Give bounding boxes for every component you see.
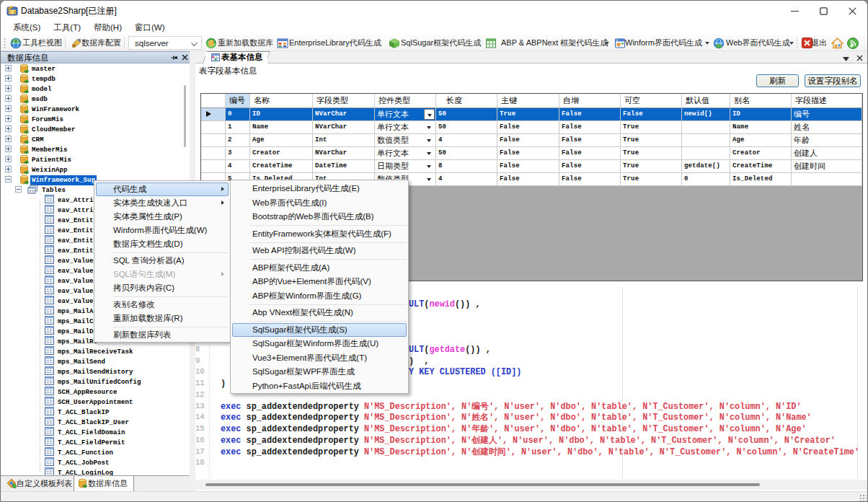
tree-item-SCH_UserAppointment[interactable]: SCH_UserAppointment (1, 397, 190, 407)
grid-cell[interactable]: 单行文本 (375, 108, 436, 121)
toolbar-button-label[interactable]: 数据库配置 (81, 35, 121, 51)
tab-list-chevron-icon[interactable] (843, 53, 849, 63)
row-selector[interactable] (201, 121, 226, 134)
tree-item-label[interactable]: MemberMis (32, 145, 68, 155)
tree-item-label[interactable]: CRM (32, 135, 44, 145)
menu-item-实体类属性生成(P)[interactable]: 实体类属性生成(P) (94, 210, 230, 224)
set-field-alias-button[interactable]: 设置字段别名 (805, 74, 861, 87)
tree-item-mps_MailUnifiedConfig[interactable]: mps_MailUnifiedConfig (1, 376, 190, 387)
tree-item-label[interactable]: T_ACL_Function (58, 448, 113, 458)
maximize-button[interactable] (809, 1, 838, 21)
abp-grid-icon[interactable] (485, 38, 497, 49)
bottom-tab-template-list[interactable]: 自定义模板列表 (2, 476, 73, 492)
tree-item-T_ACL_BlackIP[interactable]: T_ACL_BlackIP (1, 407, 190, 417)
combo-dropdown-button[interactable] (424, 174, 435, 185)
feed-icon[interactable] (847, 38, 859, 49)
tree-item-label[interactable]: mps_MailSendHistory (58, 367, 133, 377)
expand-icon[interactable] (5, 166, 12, 172)
grid-cell[interactable]: True (621, 147, 682, 160)
expand-icon[interactable] (5, 115, 12, 122)
expand-icon[interactable] (5, 105, 12, 112)
menu-item-ABP框架Winform界面生成(G)[interactable]: ABP框架Winform界面生成(G) (231, 289, 408, 304)
tree-item-label[interactable]: tempdb (32, 74, 56, 84)
grid-cell[interactable]: True (497, 108, 559, 121)
grid-cell[interactable]: False (621, 108, 682, 121)
tree-item-label[interactable]: eav_Value_ (58, 276, 97, 286)
menu-item-ABP框架代码生成(A)[interactable]: ABP框架代码生成(A) (231, 261, 408, 276)
tree-item-label[interactable]: Tables (42, 185, 66, 195)
tree-item-label[interactable]: eav_Value_ (58, 286, 97, 296)
dropdown-caret-icon[interactable] (605, 42, 609, 45)
globe-icon[interactable] (10, 38, 22, 49)
sqlsugar-icon[interactable] (389, 38, 400, 49)
tree-item-WinFramework[interactable]: WinFramework (1, 104, 190, 114)
toolbar-button-label[interactable]: SqlSugar框架代码生成 (401, 35, 481, 51)
menubar-item-3[interactable]: 帮助(H) (87, 21, 128, 35)
toolbar-button-label[interactable]: 重新加载数据库 (218, 35, 273, 51)
grid-cell[interactable]: True (621, 134, 682, 147)
combo-dropdown-button[interactable] (424, 148, 435, 159)
grid-cell[interactable]: 4 (436, 134, 497, 147)
reload-db-icon[interactable] (205, 38, 217, 49)
menu-item-SqlSugar框架Winform界面生成(U)[interactable]: SqlSugar框架Winform界面生成(U) (231, 337, 408, 351)
panel-close-icon[interactable] (181, 53, 189, 63)
tree-item-label[interactable]: eav_Value_ (58, 256, 97, 266)
grid-cell[interactable]: False (497, 147, 559, 160)
column-header-1[interactable]: 编号 (226, 94, 250, 108)
menu-item-重新加载数据库(R)[interactable]: 重新加载数据库(R) (94, 312, 230, 325)
menu-item-数据库文档生成(D)[interactable]: 数据库文档生成(D) (94, 237, 230, 251)
expand-icon[interactable] (5, 85, 12, 92)
grid-cell[interactable]: DateTime (313, 160, 375, 173)
grid-cell[interactable]: 数值类型 (375, 134, 436, 147)
grid-cell[interactable]: Int (313, 134, 375, 147)
grid-cell[interactable] (682, 147, 730, 160)
grid-cell[interactable]: 2 (226, 134, 250, 147)
grid-cell[interactable]: Creator (730, 147, 792, 160)
grid-cell[interactable]: 0 (682, 173, 730, 186)
tree-item-T_ACL_Function[interactable]: T_ACL_Function (1, 447, 190, 457)
tree-item-T_ACL_BlackIP_User[interactable]: T_ACL_BlackIP_User (1, 417, 190, 427)
tree-item-label[interactable]: ForumMis (32, 115, 63, 125)
tree-item-CloudMember[interactable]: CloudMember (1, 124, 190, 134)
toolbar-button-label[interactable]: 退出 (811, 35, 827, 51)
tree-item-label[interactable]: mps_MailReceiveTask (58, 347, 133, 357)
grid-cell[interactable]: 日期类型 (375, 160, 436, 173)
tree-item-label[interactable]: T_ACL_BlackIP (58, 408, 110, 418)
toolbar-button-label[interactable]: ABP & ABPNext 框架代码生成 (501, 35, 608, 51)
collapse-icon[interactable] (5, 176, 12, 182)
tree-item-label[interactable]: T_ACL_FieldPermit (58, 438, 125, 448)
bottom-tab-database-info[interactable]: 数据库信息 (74, 476, 134, 492)
tree-item-mps_MailReceiveTask[interactable]: mps_MailReceiveTask (1, 346, 190, 356)
menubar-item-1[interactable]: 系统(S) (6, 21, 47, 35)
grid-cell[interactable]: NVarChar (313, 121, 375, 134)
grid-cell[interactable]: Age (250, 134, 313, 147)
tree-item-msdb[interactable]: msdb (1, 94, 190, 104)
tree-item-model[interactable]: model (1, 84, 190, 94)
tree-item-T_ACL_LoginLog[interactable]: T_ACL_LoginLog (1, 467, 190, 475)
menubar-item-4[interactable]: 窗口(W) (128, 21, 172, 35)
column-header-3[interactable]: 字段类型 (313, 94, 375, 108)
grid-cell[interactable]: False (559, 173, 621, 186)
expand-icon[interactable] (5, 126, 12, 132)
tree-item-mps_MailSendHistory[interactable]: mps_MailSendHistory (1, 366, 190, 376)
toolbar-button-label[interactable]: Winform界面代码生成 (625, 35, 702, 51)
column-header-9[interactable]: 默认值 (682, 94, 730, 108)
menu-item-EnterpriseLibrary代码生成(E)[interactable]: EnterpriseLibrary代码生成(E) (231, 182, 408, 196)
menu-item-Abp VNext框架代码生成(N)[interactable]: Abp VNext框架代码生成(N) (231, 306, 408, 320)
column-header-5[interactable]: 长度 (436, 94, 497, 108)
menu-item-SqlSugar框架WPF界面生成[interactable]: SqlSugar框架WPF界面生成 (231, 365, 408, 379)
grid-cell[interactable]: 1 (226, 121, 250, 134)
grid-cell[interactable]: 3 (226, 147, 250, 160)
tree-item-label[interactable]: master (32, 64, 56, 74)
grid-cell[interactable]: False (559, 108, 621, 121)
tree-item-label[interactable]: eav_Entity (58, 246, 97, 256)
tree-item-label[interactable]: CloudMember (32, 125, 76, 135)
tab-close-icon[interactable] (856, 53, 863, 63)
tree-item-label[interactable]: eav_Entity (58, 216, 97, 226)
grid-cell[interactable]: Creator (250, 147, 313, 160)
tree-item-label[interactable]: mps_MailAt (58, 307, 97, 317)
menu-item-实体类生成快速入口[interactable]: 实体类生成快速入口 (94, 196, 230, 210)
grid-cell[interactable]: False (559, 134, 621, 147)
expand-icon[interactable] (5, 75, 12, 82)
tree-item-MemberMis[interactable]: MemberMis (1, 144, 190, 154)
